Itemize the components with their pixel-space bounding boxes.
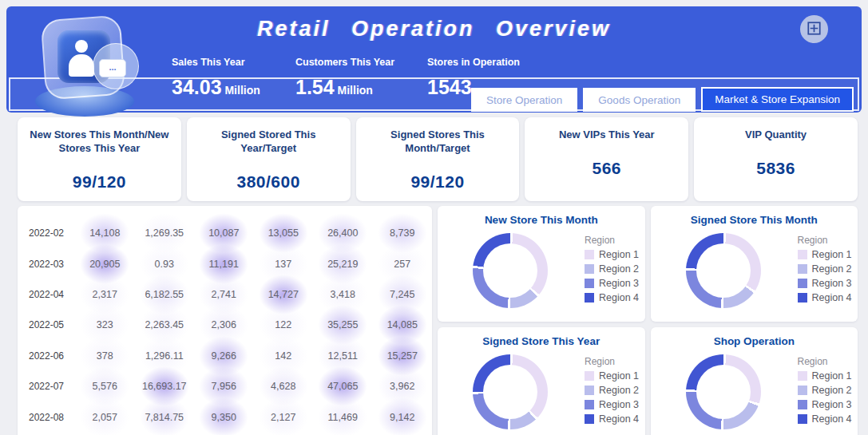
donut-card-signed-store-this-year: Signed Store This YearRegionRegion 1Regi…	[438, 327, 645, 435]
row-month-label: 2022-06	[18, 350, 75, 362]
chart-title: Signed Store This Year	[438, 335, 645, 347]
chart-title: New Store This Month	[438, 214, 645, 226]
table-cell[interactable]: 3,418	[313, 289, 373, 300]
table-cell[interactable]: 2,057	[75, 412, 135, 423]
legend-item-region-4[interactable]: Region 4	[585, 292, 639, 303]
table-cell[interactable]: 12,511	[313, 350, 373, 362]
table-cell[interactable]: 2,127	[254, 412, 314, 423]
chat-bubble-icon: ...	[99, 59, 126, 77]
legend-item-region-2[interactable]: Region 2	[585, 385, 639, 396]
legend-item-region-1[interactable]: Region 1	[585, 370, 639, 382]
table-cell[interactable]: 1,296.11	[135, 350, 195, 362]
donut-new-store-this-month[interactable]	[473, 233, 548, 308]
donut-signed-store-this-month[interactable]	[686, 233, 761, 308]
table-cell[interactable]: 7,814.75	[135, 412, 195, 423]
table-cell[interactable]: 20,905	[75, 259, 135, 270]
table-cell[interactable]: 137	[254, 259, 314, 270]
table-cell[interactable]: 5,576	[75, 381, 135, 392]
header-stat-sales-this-year: Sales This Year34.03 Million	[172, 57, 295, 99]
table-cell[interactable]: 15,257	[373, 350, 433, 362]
legend-swatch	[798, 400, 807, 409]
legend-swatch	[585, 279, 594, 288]
tab-goods-operation[interactable]: Goods Operation	[583, 88, 696, 112]
table-cell[interactable]: 35,255	[313, 319, 373, 330]
table-cell[interactable]: 11,191	[194, 259, 254, 270]
table-cell[interactable]: 378	[75, 350, 135, 362]
legend-item-region-2[interactable]: Region 2	[798, 263, 852, 275]
legend-item-region-1[interactable]: Region 1	[798, 249, 852, 260]
legend-item-region-4[interactable]: Region 4	[798, 292, 852, 303]
table-cell[interactable]: 14,085	[373, 319, 433, 330]
stat-value: 1.54 Million	[295, 76, 427, 99]
table-cell[interactable]: 11,469	[313, 412, 373, 423]
table-cell[interactable]: 2,263.45	[135, 319, 195, 330]
table-cell[interactable]: 6,182.55	[135, 289, 195, 300]
table-cell[interactable]: 9,350	[194, 412, 254, 423]
kpi-card-value: 99/120	[27, 172, 172, 192]
table-cell[interactable]: 323	[75, 319, 135, 330]
legend-item-region-4[interactable]: Region 4	[585, 413, 639, 425]
table-cell[interactable]: 4,628	[254, 381, 314, 392]
table-cell[interactable]: 10,087	[194, 227, 254, 239]
legend-item-region-3[interactable]: Region 3	[585, 399, 639, 410]
table-cell[interactable]: 25,219	[313, 259, 373, 270]
legend-item-region-3[interactable]: Region 3	[585, 278, 639, 289]
layout-grid-icon	[807, 22, 821, 38]
legend-item-region-1[interactable]: Region 1	[798, 370, 852, 382]
stat-value: 34.03 Million	[172, 76, 295, 99]
legend-swatch	[585, 250, 594, 259]
kpi-card-vip-quantity: VIP Quantity5836	[694, 117, 858, 201]
kpi-card-signed-stored-this-year-target: Signed Stored This Year/Target380/600	[187, 117, 351, 201]
legend-swatch	[798, 264, 807, 274]
donut-signed-store-this-year[interactable]	[473, 354, 548, 429]
legend-swatch	[798, 293, 807, 303]
legend-item-region-2[interactable]: Region 2	[798, 385, 852, 396]
table-cell[interactable]: 7,956	[194, 381, 254, 392]
table-cell[interactable]: 47,065	[313, 381, 373, 392]
table-cell[interactable]: 14,727	[254, 289, 314, 300]
legend-item-region-1[interactable]: Region 1	[585, 249, 639, 260]
legend-title: Region	[585, 356, 639, 367]
legend-item-region-3[interactable]: Region 3	[798, 278, 852, 289]
donut-charts-grid: New Store This MonthRegionRegion 1Region…	[438, 206, 858, 435]
tab-store-operation[interactable]: Store Operation	[471, 88, 577, 112]
legend: RegionRegion 1Region 2Region 3Region 4	[798, 235, 852, 303]
legend: RegionRegion 1Region 2Region 3Region 4	[585, 356, 639, 425]
layout-grid-button[interactable]	[800, 15, 828, 43]
table-cell[interactable]: 16,693.17	[135, 381, 195, 392]
table-cell[interactable]: 1,269.35	[135, 227, 195, 239]
row-month-label: 2022-07	[18, 381, 75, 392]
table-cell[interactable]: 13,055	[254, 227, 314, 239]
main-content: 2022-0214,1081,269.3510,08713,05526,4008…	[18, 206, 858, 435]
table-cell[interactable]: 8,739	[373, 227, 433, 239]
legend-swatch	[798, 386, 807, 395]
tab-market-store-expansion[interactable]: Market & Store Expansion	[701, 87, 854, 112]
legend-item-region-2[interactable]: Region 2	[585, 263, 639, 275]
table-cell[interactable]: 14,108	[75, 227, 135, 239]
table-cell[interactable]: 2,741	[194, 289, 254, 300]
table-cell[interactable]: 26,400	[313, 227, 373, 239]
kpi-card-value: 566	[534, 159, 679, 178]
table-cell[interactable]: 122	[254, 319, 314, 330]
donut-shop-operation[interactable]	[686, 354, 761, 429]
table-cell[interactable]: 9,142	[373, 412, 433, 423]
table-cell[interactable]: 0.93	[135, 259, 195, 270]
legend-title: Region	[798, 235, 852, 246]
legend-swatch	[585, 414, 594, 424]
table-cell[interactable]: 2,317	[75, 289, 135, 300]
legend: RegionRegion 1Region 2Region 3Region 4	[798, 356, 852, 425]
table-cell[interactable]: 9,266	[194, 350, 254, 362]
legend-item-region-3[interactable]: Region 3	[798, 399, 852, 410]
table-cell[interactable]: 142	[254, 350, 314, 362]
table-cell[interactable]: 2,306	[194, 319, 254, 330]
person-icon	[75, 40, 88, 53]
table-cell[interactable]: 257	[373, 259, 433, 270]
table-cell[interactable]: 3,962	[373, 381, 433, 392]
kpi-card-label: Signed Stored This Year/Target	[196, 129, 341, 156]
kpi-card-label: New VIPs This Year	[534, 129, 679, 142]
kpi-card-value: 5836	[704, 159, 848, 178]
legend-item-region-4[interactable]: Region 4	[798, 413, 852, 425]
app-logo: ...	[22, 10, 158, 118]
donut-card-shop-operation: Shop OperationRegionRegion 1Region 2Regi…	[651, 327, 858, 435]
table-cell[interactable]: 7,245	[373, 289, 433, 300]
